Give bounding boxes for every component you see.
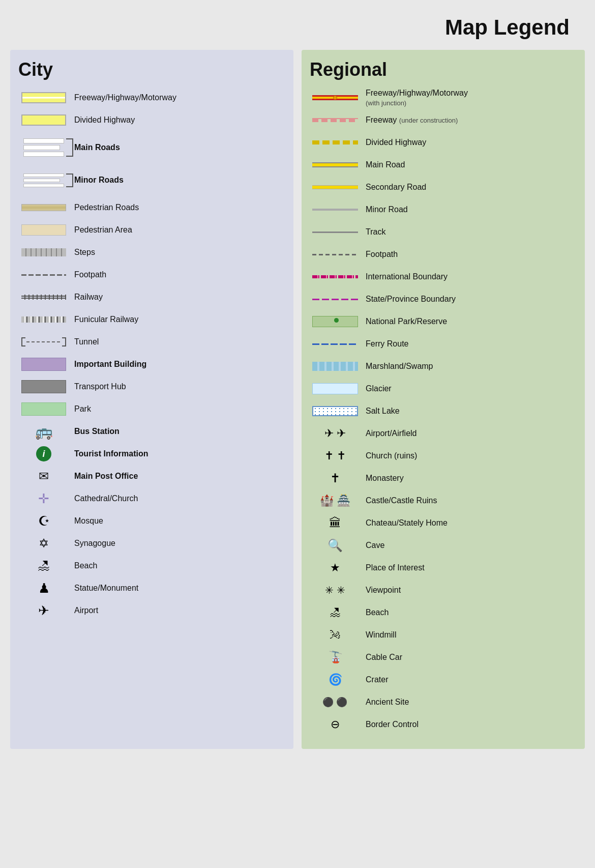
funicular-symbol bbox=[18, 316, 69, 323]
airport-label: Airport bbox=[69, 605, 98, 615]
list-item: Freeway (under construction) bbox=[310, 110, 577, 130]
reg-church-icon: ✝ ✝ bbox=[324, 449, 346, 462]
info-icon: i bbox=[36, 446, 51, 461]
list-item: International Boundary bbox=[310, 267, 577, 287]
reg-beach-icon: 🏖 bbox=[330, 606, 341, 619]
railway-symbol bbox=[18, 295, 69, 300]
list-item: Freeway/Highway/Motorway bbox=[18, 88, 285, 108]
list-item: Glacier bbox=[310, 379, 577, 399]
steps-label: Steps bbox=[69, 247, 95, 257]
list-item: Ferry Route bbox=[310, 334, 577, 354]
bus-station-symbol: 🚌 bbox=[18, 423, 69, 440]
reg-ferry-symbol bbox=[310, 343, 361, 345]
reg-windmill-icon: 🌬 bbox=[330, 628, 341, 642]
reg-ancient-icon: ⚫ ⚫ bbox=[322, 697, 347, 708]
list-item: 🏖 Beach bbox=[18, 556, 285, 576]
important-building-label: Important Building bbox=[69, 359, 146, 369]
reg-beach-label: Beach bbox=[361, 607, 389, 617]
list-item: 🏰 🏯 Castle/Castle Ruins bbox=[310, 490, 577, 511]
reg-freeway-under-label: Freeway (under construction) bbox=[361, 115, 458, 125]
main-roads-label: Main Roads bbox=[69, 142, 120, 152]
reg-crater-label: Crater bbox=[361, 675, 388, 684]
list-item: Main Road bbox=[310, 155, 577, 175]
reg-castle-symbol: 🏰 🏯 bbox=[310, 494, 361, 507]
list-item: ✝ ✝ Church (ruins) bbox=[310, 446, 577, 466]
list-item: 🏛 Chateau/Stately Home bbox=[310, 513, 577, 533]
reg-cave-symbol: 🔍 bbox=[310, 538, 361, 553]
list-item: Divided Highway bbox=[310, 132, 577, 153]
synagogue-icon: ✡ bbox=[39, 536, 49, 551]
reg-airport-label: Airport/Airfield bbox=[361, 428, 416, 438]
statue-icon: ♟ bbox=[38, 581, 50, 596]
reg-national-park-label: National Park/Reserve bbox=[361, 316, 447, 326]
reg-ancient-label: Ancient Site bbox=[361, 697, 409, 707]
reg-monastery-icon: ✝ bbox=[330, 471, 340, 485]
reg-cave-label: Cave bbox=[361, 540, 384, 550]
reg-footpath-label: Footpath bbox=[361, 249, 398, 259]
reg-minor-label: Minor Road bbox=[361, 205, 408, 214]
reg-cable-car-symbol: 🚡 bbox=[310, 651, 361, 664]
bus-station-label: Bus Station bbox=[69, 426, 120, 436]
reg-cave-icon: 🔍 bbox=[328, 538, 343, 553]
reg-crater-symbol: 🌀 bbox=[310, 673, 361, 686]
cathedral-symbol: ✛ bbox=[18, 491, 69, 507]
list-item: Pedestrian Roads bbox=[18, 197, 285, 218]
cathedral-icon: ✛ bbox=[38, 491, 49, 507]
reg-freeway-label: Freeway/Highway/Motorway(with junction) bbox=[361, 88, 468, 107]
regional-column: Regional Freeway/Highway/Motorway(with j… bbox=[302, 50, 585, 749]
divided-highway-label: Divided Highway bbox=[69, 115, 135, 125]
list-item: Minor Roads bbox=[18, 165, 285, 195]
list-item: ✈ Airport bbox=[18, 600, 285, 621]
reg-national-park-symbol bbox=[310, 316, 361, 327]
reg-ancient-symbol: ⚫ ⚫ bbox=[310, 697, 361, 708]
steps-symbol bbox=[18, 248, 69, 256]
list-item: ✈ ✈ Airport/Airfield bbox=[310, 423, 577, 444]
reg-interest-label: Place of Interest bbox=[361, 563, 425, 572]
list-item: ☪ Mosque bbox=[18, 511, 285, 531]
list-item: Funicular Railway bbox=[18, 309, 285, 330]
reg-airport-icon: ✈ ✈ bbox=[324, 427, 346, 440]
list-item: National Park/Reserve bbox=[310, 311, 577, 332]
list-item: 🌬 Windmill bbox=[310, 625, 577, 645]
reg-interest-icon: ★ bbox=[330, 561, 340, 574]
reg-border-icon: ⊖ bbox=[331, 718, 340, 731]
mosque-icon: ☪ bbox=[38, 513, 50, 529]
reg-track-label: Track bbox=[361, 227, 385, 237]
reg-divided-symbol bbox=[310, 140, 361, 144]
list-item: Minor Road bbox=[310, 199, 577, 220]
list-item: ✉ Main Post Office bbox=[18, 466, 285, 486]
city-column: City Freeway/Highway/Motorway Divided Hi… bbox=[10, 50, 293, 749]
reg-viewpoint-symbol: ✳ ✳ bbox=[310, 584, 361, 596]
pedestrian-area-symbol bbox=[18, 224, 69, 236]
list-item: ⚫ ⚫ Ancient Site bbox=[310, 692, 577, 712]
synagogue-symbol: ✡ bbox=[18, 536, 69, 551]
reg-viewpoint-label: Viewpoint bbox=[361, 585, 401, 595]
tunnel-symbol bbox=[18, 337, 69, 347]
bus-icon: 🚌 bbox=[35, 423, 53, 440]
list-item: ✡ Synagogue bbox=[18, 533, 285, 554]
list-item: State/Province Boundary bbox=[310, 289, 577, 309]
footpath-symbol bbox=[18, 274, 69, 276]
cathedral-label: Cathedral/Church bbox=[69, 494, 138, 503]
list-item: Steps bbox=[18, 242, 285, 263]
reg-ferry-label: Ferry Route bbox=[361, 339, 408, 349]
statue-symbol: ♟ bbox=[18, 581, 69, 596]
list-item: ★ Place of Interest bbox=[310, 558, 577, 578]
railway-label: Railway bbox=[69, 292, 103, 302]
reg-divided-label: Divided Highway bbox=[361, 137, 426, 147]
reg-chateau-icon: 🏛 bbox=[329, 516, 341, 530]
mosque-symbol: ☪ bbox=[18, 513, 69, 529]
pedestrian-area-label: Pedestrian Area bbox=[69, 225, 132, 235]
reg-footpath-symbol bbox=[310, 254, 361, 255]
reg-marsh-symbol bbox=[310, 362, 361, 371]
reg-intl-boundary-symbol bbox=[310, 275, 361, 278]
list-item: Salt Lake bbox=[310, 401, 577, 421]
reg-crater-icon: 🌀 bbox=[329, 673, 342, 686]
reg-monastery-label: Monastery bbox=[361, 473, 404, 483]
reg-church-symbol: ✝ ✝ bbox=[310, 449, 361, 462]
pedestrian-roads-label: Pedestrian Roads bbox=[69, 202, 139, 212]
list-item: Main Roads bbox=[18, 132, 285, 163]
airport-symbol: ✈ bbox=[18, 603, 69, 619]
reg-secondary-label: Secondary Road bbox=[361, 182, 426, 192]
list-item: Marshland/Swamp bbox=[310, 356, 577, 377]
